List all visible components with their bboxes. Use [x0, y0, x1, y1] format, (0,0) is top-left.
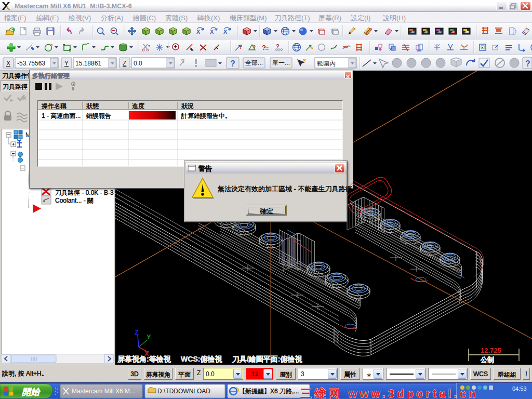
svg-text:單一...: 單一...	[272, 59, 290, 66]
svg-text:Z: Z	[123, 60, 126, 67]
svg-text:範圍內: 範圍內	[317, 60, 336, 67]
svg-text:?: ?	[230, 59, 235, 68]
svg-text:開始: 開始	[22, 387, 41, 397]
svg-text:錯誤報告: 錯誤報告	[86, 112, 111, 119]
svg-text:15.18861: 15.18861	[75, 60, 101, 67]
svg-text:X: X	[223, 29, 228, 35]
svg-text:【新提醒】X6 刀路,...: 【新提醒】X6 刀路,...	[239, 388, 299, 395]
svg-text:公制: 公制	[480, 356, 494, 364]
svg-text:X: X	[196, 29, 201, 35]
svg-text:Y: Y	[64, 60, 69, 67]
svg-text:進度: 進度	[132, 102, 144, 110]
svg-text:刀具路徑 - 0.0K - B-3.: 刀具路徑 - 0.0K - B-3.	[55, 189, 114, 196]
svg-text:-53.75563: -53.75563	[17, 60, 45, 67]
svg-text:D:\TDDOWNLOAD: D:\TDDOWNLOAD	[157, 388, 210, 395]
svg-text:Coolant... - 關: Coolant... - 關	[55, 197, 94, 204]
svg-text:狀況: 狀況	[181, 102, 194, 110]
svg-text:Mastercam Mill X6 M...: Mastercam Mill X6 M...	[72, 388, 135, 395]
svg-text:04:53: 04:53	[512, 385, 527, 392]
svg-text:屏幕視角:等檢視 WCS:俯檢視 刀具/繪圖: 屏幕視角:等檢視 WCS:俯檢視 刀具/繪圖平面:俯檢視	[117, 355, 302, 363]
svg-text:0.0: 0.0	[134, 60, 142, 67]
svg-text:?: ?	[276, 43, 280, 49]
svg-text:?: ?	[525, 59, 530, 68]
svg-text:計算錯誤報告中。: 計算錯誤報告中。	[181, 112, 231, 119]
svg-text:三维网 www.3dportal.cn: 三维网 www.3dportal.cn	[300, 387, 478, 399]
svg-text:12.725: 12.725	[481, 347, 501, 354]
svg-text:1 - 高速曲面...: 1 - 高速曲面...	[42, 112, 81, 119]
svg-text:全部...: 全部...	[245, 59, 263, 66]
svg-text:狀態: 狀態	[86, 102, 99, 110]
svg-text:?: ?	[262, 44, 266, 51]
svg-text:X: X	[6, 60, 10, 67]
svg-text:Z: Z	[135, 328, 139, 336]
svg-text:X: X	[210, 29, 214, 35]
svg-text:操作名稱: 操作名稱	[42, 102, 66, 110]
svg-text:?: ?	[252, 45, 256, 50]
svg-text:?: ?	[239, 44, 242, 50]
svg-text:Y: Y	[147, 333, 151, 341]
